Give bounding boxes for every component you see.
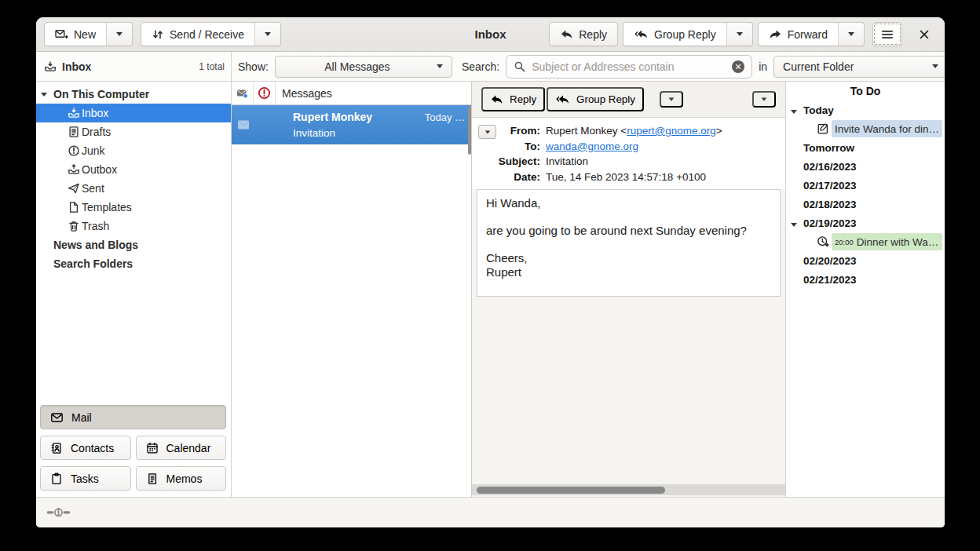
todo-item-highlight: 20:00Dinner with Wa… [832,233,942,250]
triangle-down-icon [485,130,489,133]
send-receive-button[interactable]: Send / Receive [141,22,255,46]
todo-group-today[interactable]: Today [786,100,945,119]
sidebar-item-on-this-computer[interactable]: On This Computer [36,85,231,104]
header-row: From:Rupert Monkey <rupert@gnome.org> [496,123,722,139]
preview-horizontal-scrollbar-thumb[interactable] [477,487,665,494]
sidebar-item-label: Sent [82,182,104,195]
reply-icon [560,28,573,40]
forward-button[interactable]: Forward [758,22,839,46]
important-icon [258,86,271,100]
message-row-text: Rupert MonkeyToday …Invitation [255,105,471,144]
switcher-button-memos[interactable]: Memos [136,466,227,491]
important-column-header[interactable] [254,82,276,104]
show-filter-dropdown[interactable]: All Messages [275,56,452,78]
search-scope-dropdown[interactable]: Current Folder [773,56,945,78]
header-row: To:wanda@gnome.org [496,139,722,155]
header-label: Date: [496,170,540,185]
reply-button[interactable]: Reply [549,22,618,46]
search-clear-icon[interactable]: ✕ [732,60,744,73]
sidebar-item-junk[interactable]: Junk [36,141,231,160]
todo-task-icon [816,122,830,135]
preview-horizontal-scrollbar[interactable] [472,484,785,495]
online-status-icon[interactable] [47,507,71,518]
sidebar-item-inbox[interactable]: Inbox [36,104,231,122]
sidebar-item-templates[interactable]: Templates [36,198,231,217]
todo-item-label: Dinner with Wa… [857,236,939,248]
header-value-suffix: > [716,125,722,137]
message-headers: From:Rupert Monkey <rupert@gnome.org>To:… [472,118,785,189]
trash-icon [67,220,80,232]
todo-item[interactable]: Invite Wanda for din… [786,119,945,138]
message-row[interactable]: Rupert MonkeyToday …Invitation [232,105,471,144]
new-mail-icon [55,28,68,40]
sidebar-item-label: Search Folders [53,257,133,270]
email-address-link[interactable]: wanda@gnome.org [546,140,638,152]
search-input[interactable]: Subject or Addresses contain ✕ [506,55,752,78]
todo-item[interactable]: 20:00Dinner with Wa… [786,232,945,251]
header-value: Invitation [546,154,588,170]
switcher-button-tasks[interactable]: Tasks [40,466,131,491]
window-close-button[interactable] [912,22,937,46]
search-icon [514,60,526,73]
inbox-icon [67,107,80,119]
todo-title: To Do [786,82,945,100]
header-value: Rupert Monkey <rupert@gnome.org> [546,123,722,139]
header-row: Date:Tue, 14 Feb 2023 14:57:18 +0100 [496,170,722,185]
preview-more-options-dropdown[interactable] [752,91,776,108]
sidebar-item-label: Templates [82,201,132,213]
sidebar-item-sent[interactable]: Sent [36,179,231,198]
sidebar-item-search-folders[interactable]: Search Folders [36,254,231,273]
collapse-headers-button[interactable] [478,125,496,139]
sidebar-item-news-and-blogs[interactable]: News and Blogs [36,235,231,254]
new-button[interactable]: New [44,22,107,46]
triangle-down-icon [791,223,797,227]
chevron-down-icon [932,64,938,68]
window-title: Inbox [475,17,506,52]
todo-group-02-19-2023[interactable]: 02/19/2023 [786,213,945,232]
forward-dropdown-button[interactable] [838,22,865,46]
message-list-scrollbar[interactable] [468,106,471,155]
messages-column-label: Messages [282,87,332,100]
todo-group-02-17-2023[interactable]: 02/17/2023 [786,176,945,195]
chevron-down-icon [762,97,767,100]
switcher-button-label: Contacts [71,442,114,454]
triangle-down-icon [791,110,797,114]
header-label: To: [496,139,540,155]
sidebar-item-drafts[interactable]: Drafts [36,122,231,141]
switcher-button-calendar[interactable]: Calendar [136,436,227,460]
group-reply-dropdown-button[interactable] [726,22,753,46]
tasks-icon [50,473,63,485]
messages-column-header[interactable]: Messages [276,82,471,104]
message-list: Messages Rupert MonkeyToday …Invitation [232,82,472,497]
junk-icon [67,144,80,157]
send-receive-dropdown-button[interactable] [254,22,281,46]
switcher-button-contacts[interactable]: Contacts [40,436,131,460]
preview-toolbar: Reply Group Reply [472,82,785,118]
send-receive-icon [152,28,164,41]
todo-group-tomorrow[interactable]: Tomorrow [786,138,945,157]
header-value-text: Rupert Monkey < [546,125,627,137]
message-list-header[interactable]: Messages [232,82,471,105]
hamburger-menu-button[interactable] [872,22,902,46]
status-bar [36,497,945,527]
sidebar-item-label: Trash [82,220,109,232]
todo-item-time: 20:00 [835,238,854,246]
email-address-link[interactable]: rupert@gnome.org [627,125,716,137]
sidebar-item-outbox[interactable]: Outbox [36,160,231,179]
preview-group-reply-button[interactable]: Group Reply [547,87,644,111]
todo-group-02-16-2023[interactable]: 02/16/2023 [786,157,945,176]
preview-reply-button[interactable]: Reply [481,87,545,111]
preview-reply-options-dropdown[interactable] [660,91,683,108]
message-subject: Invitation [293,127,465,139]
todo-group-02-21-2023[interactable]: 02/21/2023 [786,270,945,289]
message-read-icon [232,105,255,144]
group-reply-label: Group Reply [654,28,716,41]
new-dropdown-button[interactable] [106,22,133,46]
todo-group-02-18-2023[interactable]: 02/18/2023 [786,195,945,213]
sidebar-item-trash[interactable]: Trash [36,217,231,235]
todo-group-02-20-2023[interactable]: 02/20/2023 [786,251,945,270]
group-reply-button[interactable]: Group Reply [623,22,727,46]
read-status-column-header[interactable] [232,82,254,104]
close-icon [919,29,930,40]
switcher-button-mail[interactable]: Mail [40,405,226,429]
